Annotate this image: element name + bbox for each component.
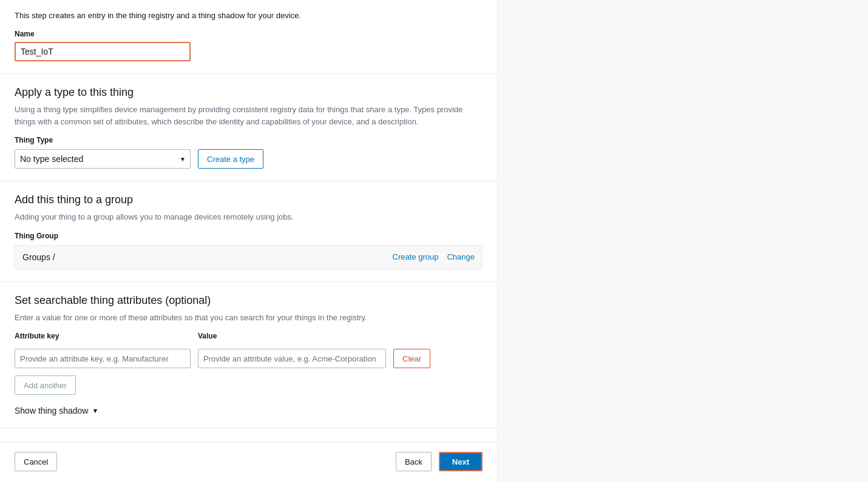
show-thing-shadow-label: Show thing shadow [15, 406, 88, 415]
name-input[interactable] [15, 42, 191, 61]
attrs-grid: Clear [15, 349, 483, 368]
change-group-button[interactable]: Change [447, 252, 475, 261]
create-type-button[interactable]: Create a type [198, 149, 263, 169]
thing-group-label: Thing Group [15, 232, 483, 240]
chevron-down-icon: ▼ [92, 407, 98, 414]
next-button[interactable]: Next [439, 452, 483, 471]
attr-value-input[interactable] [198, 349, 386, 368]
attrs-section-title: Set searchable thing attributes (optiona… [15, 294, 483, 307]
group-path: Groups / [22, 252, 55, 262]
thing-type-label: Thing Type [15, 136, 483, 144]
footer-right: Back Next [396, 452, 483, 471]
clear-button[interactable]: Clear [393, 349, 430, 368]
group-section-desc: Adding your thing to a group allows you … [15, 211, 483, 223]
group-actions: Create group Change [393, 252, 475, 261]
group-section-title: Add this thing to a group [15, 193, 483, 206]
attr-key-input[interactable] [15, 349, 191, 368]
attr-key-label: Attribute key [15, 332, 191, 340]
intro-text: This step creates an entry in the thing … [15, 11, 483, 20]
type-section-title: Apply a type to this thing [15, 86, 483, 99]
cancel-button[interactable]: Cancel [15, 452, 57, 471]
add-another-button[interactable]: Add another [15, 375, 76, 395]
type-section-desc: Using a thing type simplifies device man… [15, 104, 483, 127]
name-label: Name [15, 30, 483, 38]
right-panel [498, 0, 868, 481]
show-thing-shadow-row[interactable]: Show thing shadow ▼ [15, 406, 483, 415]
footer-bar: Cancel Back Next [0, 442, 497, 481]
create-group-button[interactable]: Create group [393, 252, 439, 261]
type-select-wrapper: No type selected ▼ [15, 149, 191, 169]
type-select[interactable]: No type selected [15, 149, 191, 169]
value-label: Value [198, 332, 217, 340]
back-button[interactable]: Back [396, 452, 432, 471]
attrs-section-desc: Enter a value for one or more of these a… [15, 312, 483, 324]
thing-group-box: Groups / Create group Change [15, 245, 483, 269]
